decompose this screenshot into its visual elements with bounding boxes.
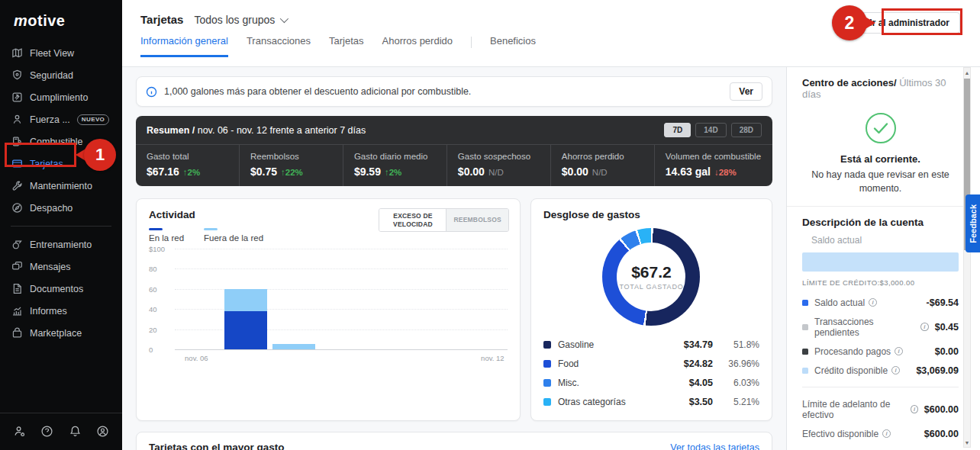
sidebar-item-label: Cumplimiento [30, 92, 88, 103]
toggle-reembolsos[interactable]: REEMBOLSOS [446, 209, 508, 231]
breakdown-row-food: Food $24.82 36.96% [543, 354, 759, 373]
sidebar-item-label: Mensajes [30, 262, 71, 272]
panel-scrollbar[interactable]: ▲ ▼ [963, 67, 971, 448]
category-percent: 6.03% [720, 378, 759, 388]
dispatch-compass-icon [11, 202, 23, 214]
range-7d[interactable]: 7D [664, 123, 691, 137]
sidebar-item-tarjetas[interactable]: Tarjetas [0, 153, 122, 175]
sidebar-item-combustible[interactable]: Combustible [0, 130, 122, 153]
info-icon[interactable]: i [920, 323, 929, 331]
range-14d[interactable]: 14D [695, 123, 726, 137]
stat-label: Gasto total [147, 152, 228, 161]
view-all-cards-link[interactable]: Ver todas las tarjetas [670, 442, 759, 450]
row-swatch [802, 368, 808, 374]
tab-informacion-general[interactable]: Información general [140, 35, 228, 57]
account-avatar-icon[interactable] [96, 424, 110, 438]
sidebar-item-label: Documentos [30, 284, 83, 294]
banner-ver-button[interactable]: Ver [730, 82, 762, 101]
legend-label: En la red [149, 233, 184, 243]
sidebar-item-despacho[interactable]: Despacho [0, 197, 122, 219]
tab-tarjetas[interactable]: Tarjetas [329, 35, 364, 57]
stat-delta: ↑22% [281, 168, 303, 177]
tab-transacciones[interactable]: Transacciones [247, 35, 311, 57]
stat-value: $67.16 [147, 166, 179, 178]
category-swatch [543, 360, 551, 368]
donut-center: $67.2 TOTAL GASTADO [617, 243, 685, 311]
sidebar-item-cumplimiento[interactable]: Cumplimiento [0, 86, 122, 108]
sidebar-item-seguridad[interactable]: Seguridad [0, 64, 122, 86]
row-label: Saldo actual [814, 297, 865, 308]
scroll-up-arrow[interactable]: ▲ [964, 68, 970, 77]
category-amount: $3.50 [673, 397, 713, 407]
sidebar-item-label: Fleet View [30, 48, 74, 59]
tab-ahorros-perdido[interactable]: Ahorros perdido [382, 35, 453, 57]
fuel-pump-icon [11, 136, 23, 148]
card-icon [11, 158, 23, 170]
help-icon[interactable] [40, 424, 54, 438]
row-value: $0.00 [935, 346, 959, 357]
row-label: Procesando pagos [814, 346, 891, 357]
sidebar-item-informes[interactable]: Informes [0, 300, 122, 322]
tab-separator [471, 37, 472, 48]
go-to-admin-button[interactable]: Ir al administrador [859, 12, 960, 34]
toggle-exceso-velocidad[interactable]: EXCESO DE VELOCIDAD [379, 209, 446, 231]
info-icon[interactable]: i [911, 405, 918, 413]
sidebar-item-entrenamiento[interactable]: Entrenamiento [0, 233, 122, 256]
category-swatch [543, 341, 551, 349]
group-filter-dropdown[interactable]: Todos los grupos [194, 14, 286, 26]
sidebar-item-mantenimiento[interactable]: Mantenimiento [0, 175, 122, 197]
category-amount: $34.79 [673, 339, 713, 350]
scroll-down-arrow[interactable]: ▼ [964, 438, 970, 447]
stat-label: Gasto diario medio [354, 152, 436, 161]
row-value: $600.00 [924, 429, 959, 439]
sidebar-item-label: Combustible [30, 137, 82, 147]
range-selector: 7D 14D 28D [664, 123, 762, 137]
credit-usage-bar [802, 252, 959, 272]
info-icon[interactable]: i [869, 298, 877, 307]
sidebar-item-marketplace[interactable]: Marketplace [0, 322, 122, 344]
spend-breakdown-card: Desglose de gastos $67.2 TOTAL GASTADO G… [530, 198, 772, 421]
sidebar-item-fleet-view[interactable]: Fleet View [0, 42, 122, 64]
top-cards-title: Tarjetas con el mayor gasto [149, 442, 285, 450]
admin-users-icon[interactable] [12, 424, 26, 438]
stat-value: $0.00 [458, 166, 485, 178]
stat-reembolsos: Reembolsos $0.75↑22% [239, 145, 343, 186]
group-filter-label: Todos los grupos [194, 14, 275, 26]
row-label: Crédito disponible [814, 365, 888, 376]
stat-delta: ↑2% [385, 168, 401, 177]
stat-value: 14.63 gal [666, 166, 711, 178]
breakdown-row-otras: Otras categorías $3.50 5.21% [543, 392, 759, 411]
status-title: Está al corriente. [802, 153, 959, 165]
stat-value: $0.00 [562, 166, 588, 178]
shield-icon [11, 69, 23, 82]
row-label: Transacciones pendientes [814, 317, 917, 338]
notifications-bell-icon[interactable] [68, 424, 82, 438]
shopping-bag-icon [11, 327, 23, 339]
account-overview-title: Descripción de la cuenta [802, 217, 959, 228]
info-icon[interactable]: i [891, 366, 900, 374]
info-icon[interactable]: i [895, 347, 903, 355]
credit-limit-caption: LÍMITE DE CRÉDITO:$3,000.00 [802, 278, 959, 287]
row-value: $3,069.09 [916, 365, 959, 376]
feedback-tab[interactable]: Feedback [965, 194, 980, 252]
range-28d[interactable]: 28D [731, 123, 762, 137]
row-swatch [802, 300, 808, 306]
sidebar-item-documentos[interactable]: Documentos [0, 278, 122, 300]
category-amount: $4.05 [673, 378, 713, 388]
all-clear-check-icon [802, 112, 959, 144]
stat-label: Gasto sospechoso [458, 152, 540, 161]
tab-beneficios[interactable]: Beneficios [490, 35, 536, 57]
sidebar-item-fuerza[interactable]: Fuerza ... NUEVO [0, 108, 122, 130]
stat-label: Volumen de combustible [666, 152, 762, 161]
category-percent: 5.21% [720, 397, 759, 407]
legend-swatch [204, 228, 218, 230]
legend-fuera-de-la-red: Fuera de la red [204, 228, 263, 243]
info-icon [146, 86, 157, 98]
stat-delta: N/D [592, 168, 608, 177]
row-value: -$69.54 [927, 297, 959, 308]
info-icon[interactable]: i [882, 429, 891, 438]
category-label: Food [558, 358, 666, 369]
sidebar-item-mensajes[interactable]: Mensajes [0, 256, 122, 278]
sidebar-nav: Fleet View Seguridad Cumplimiento Fuerza… [0, 40, 122, 344]
motive-dashboard: motive Fleet View Seguridad Cumplimiento… [0, 0, 980, 450]
